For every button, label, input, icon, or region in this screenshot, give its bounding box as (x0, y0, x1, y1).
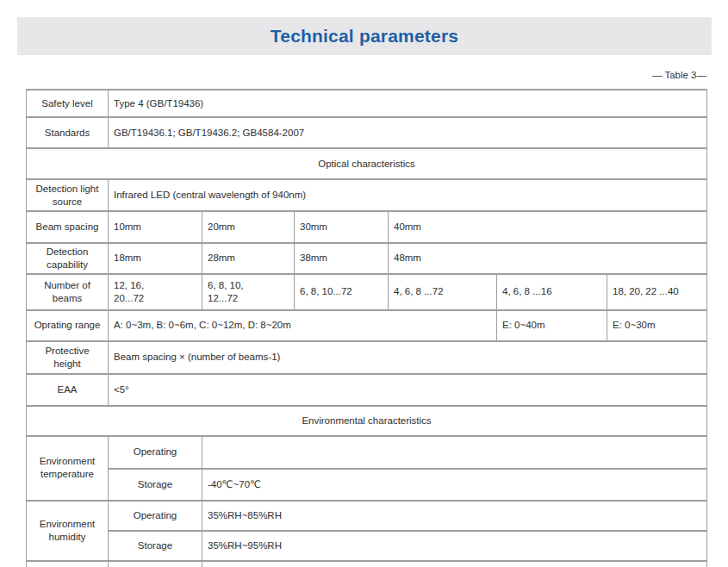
cell-oprating-range-abcd: A: 0~3m, B: 0~6m, C: 0~12m, D: 8~20m (109, 310, 497, 341)
cell-beam-spacing-1: 10mm (109, 211, 202, 243)
cell-beam-spacing-2: 20mm (202, 211, 295, 243)
cell-detection-capability-3: 38mm (295, 243, 389, 274)
cell-safety-level-value: Type 4 (GB/T19436) (109, 90, 707, 117)
sublabel-humidity-storage: Storage (109, 531, 202, 561)
section-header-environmental: Environmental characteristics (27, 406, 707, 436)
row-env-temperature-storage: Storage -40℃~70℃ (27, 469, 707, 501)
row-label-oprating-range: Oprating range (27, 310, 109, 341)
row-detection-light-source: Detection light source Infrared LED (cen… (27, 179, 707, 211)
row-label-detection-capability: Detection capability (27, 243, 109, 274)
cell-oprating-range-e30: E: 0~30m (607, 310, 707, 341)
cell-detection-capability-1: 18mm (109, 243, 202, 274)
sublabel-humidity-operating: Operating (109, 501, 202, 531)
row-label-number-of-beams: Number of beams (27, 274, 109, 310)
row-detection-capability: Detection capability 18mm 28mm 38mm 48mm (27, 243, 707, 274)
cell-detection-light-source-value: Infrared LED (central wavelength of 940n… (109, 179, 707, 211)
row-label-beam-spacing: Beam spacing (27, 211, 109, 243)
row-oprating-range: Oprating range A: 0~3m, B: 0~6m, C: 0~12… (27, 310, 707, 341)
row-eaa: EAA <5° (27, 374, 707, 406)
row-environmental-section: Environmental characteristics (27, 406, 707, 436)
cell-humidity-storage-value: 35%RH~95%RH (202, 531, 707, 561)
row-label-safety-level: Safety level (27, 90, 109, 117)
header-band: Technical parameters (17, 17, 712, 55)
partial-row-label (27, 561, 109, 567)
cell-number-of-beams-3: 6, 8, 10...72 (295, 274, 389, 310)
cell-detection-capability-4: 48mm (389, 243, 707, 274)
cell-number-of-beams-1: 12, 16, 20...72 (109, 274, 202, 310)
row-label-detection-light-source: Detection light source (27, 179, 109, 211)
row-beam-spacing: Beam spacing 10mm 20mm 30mm 40mm (27, 211, 707, 243)
row-label-protective-height: Protective height (27, 341, 109, 374)
row-env-humidity-operating: Environment humidity Operating 35%RH~85%… (27, 501, 707, 531)
row-label-standards: Standards (27, 117, 109, 148)
sublabel-temperature-operating: Operating (109, 436, 202, 469)
technical-parameters-table: Safety level Type 4 (GB/T19436) Standard… (26, 89, 707, 567)
partial-row-value (202, 561, 707, 567)
row-env-temperature-operating: Environment temperature Operating (27, 436, 707, 469)
cell-oprating-range-e40: E: 0~40m (497, 310, 607, 341)
row-standards: Standards GB/T19436.1; GB/T19436.2; GB45… (27, 117, 707, 148)
cell-number-of-beams-4: 4, 6, 8 ...72 (389, 274, 497, 310)
page-title: Technical parameters (271, 26, 458, 47)
cell-temperature-operating-value (202, 436, 707, 469)
row-safety-level: Safety level Type 4 (GB/T19436) (27, 90, 707, 117)
sublabel-temperature-storage: Storage (109, 469, 202, 501)
row-label-env-humidity: Environment humidity (27, 501, 109, 561)
section-header-optical: Optical characteristics (27, 148, 707, 179)
row-label-eaa: EAA (27, 374, 109, 406)
row-optical-section: Optical characteristics (27, 148, 707, 179)
row-number-of-beams: Number of beams 12, 16, 20...72 6, 8, 10… (27, 274, 707, 310)
cell-beam-spacing-4: 40mm (389, 211, 707, 243)
cell-temperature-storage-value: -40℃~70℃ (202, 469, 707, 501)
row-partial-clipped (27, 561, 707, 567)
cell-number-of-beams-2: 6, 8, 10, 12...72 (202, 274, 295, 310)
cell-detection-capability-2: 28mm (202, 243, 295, 274)
row-env-humidity-storage: Storage 35%RH~95%RH (27, 531, 707, 561)
cell-standards-value: GB/T19436.1; GB/T19436.2; GB4584-2007 (109, 117, 707, 148)
cell-protective-height-value: Beam spacing × (number of beams-1) (109, 341, 707, 374)
row-label-env-temperature: Environment temperature (27, 436, 109, 501)
partial-row-sublabel (109, 561, 202, 567)
cell-beam-spacing-3: 30mm (295, 211, 389, 243)
table-caption: — Table 3— (652, 70, 706, 80)
cell-humidity-operating-value: 35%RH~85%RH (202, 501, 707, 531)
cell-number-of-beams-5: 4, 6, 8 ...16 (497, 274, 607, 310)
cell-eaa-value: <5° (109, 374, 707, 406)
row-protective-height: Protective height Beam spacing × (number… (27, 341, 707, 374)
cell-number-of-beams-6: 18, 20, 22 ...40 (607, 274, 707, 310)
